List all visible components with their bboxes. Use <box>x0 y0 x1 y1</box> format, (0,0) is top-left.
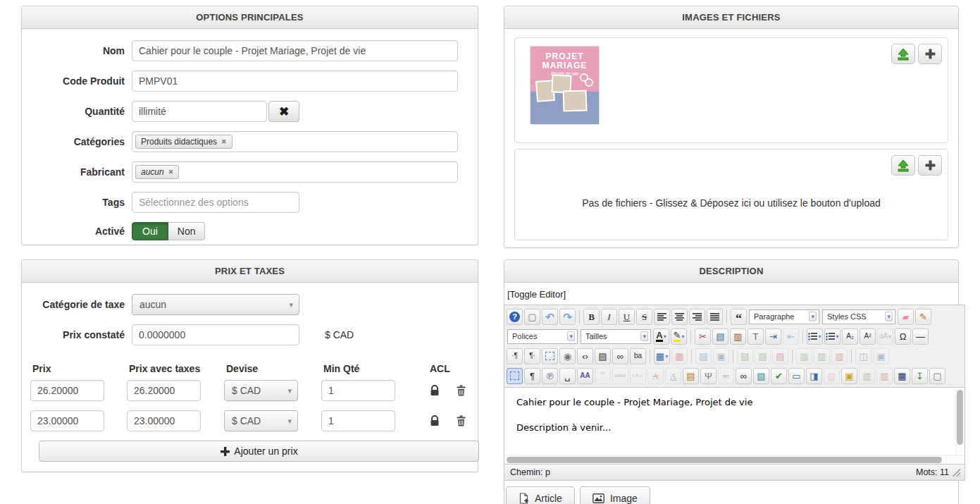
code-produit-input[interactable] <box>132 70 458 92</box>
acl-lock-icon[interactable] <box>430 385 440 396</box>
horizontal-scrollbar[interactable] <box>504 455 965 464</box>
toggle-non-button[interactable]: Non <box>168 222 206 240</box>
toolbar-button-copy[interactable]: ▤ <box>712 328 728 345</box>
toolbar-button-align-left[interactable] <box>654 309 670 325</box>
toolbar-button-italic[interactable]: I <box>601 309 617 325</box>
chevron-down-icon[interactable]: ▾ <box>664 333 666 340</box>
toolbar-button-help[interactable]: ? <box>507 309 523 325</box>
min-qty-input[interactable] <box>321 410 395 431</box>
toolbar-button-bullet-list[interactable]: ▾ <box>824 328 841 345</box>
editor-content-area[interactable]: Cahier pour le couple - Projet Mariage, … <box>504 387 965 455</box>
remove-category-icon[interactable]: ✖ <box>221 138 227 145</box>
toolbar-button-highlight-color[interactable]: ✎▾ <box>671 328 687 345</box>
price-input[interactable] <box>30 410 104 431</box>
chevron-down-icon[interactable]: ▾ <box>567 331 575 341</box>
prix-constate-input[interactable] <box>132 324 299 345</box>
insert-article-button[interactable]: Article <box>506 486 575 504</box>
toolbar-button-visual-aid[interactable] <box>507 368 523 384</box>
delete-price-icon[interactable] <box>457 415 466 426</box>
chevron-down-icon[interactable]: ▾ <box>681 333 684 340</box>
toolbar-button-print[interactable]: ▤ <box>595 348 611 364</box>
toolbar-button-align-justify[interactable] <box>707 309 723 325</box>
toolbar-button-cut[interactable]: ✂ <box>695 328 711 345</box>
toolbar-button-paste-as-text[interactable]: T <box>748 328 764 345</box>
vertical-scrollbar-thumb[interactable] <box>957 390 963 445</box>
toggle-oui-button[interactable]: Oui <box>132 222 168 240</box>
toolbar-select-paragraph-format[interactable]: Paragraphe▾ <box>749 309 819 324</box>
toolbar-button-visual-characters[interactable]: AA <box>577 368 593 384</box>
price-with-tax-input[interactable] <box>127 410 201 431</box>
toolbar-button-text-color[interactable]: A▾ <box>653 328 669 345</box>
toolbar-button-right-to-left[interactable]: ¶· <box>524 348 540 364</box>
toolbar-button-fullscreen[interactable] <box>542 348 558 364</box>
clear-quantity-button[interactable]: ✖ <box>268 101 299 122</box>
toolbar-button-bold[interactable]: B <box>583 309 600 325</box>
chevron-down-icon[interactable]: ▾ <box>665 353 668 359</box>
price-input[interactable] <box>30 380 104 401</box>
add-file-button[interactable] <box>918 155 942 176</box>
chevron-down-icon[interactable]: ▾ <box>809 312 817 321</box>
toolbar-button-remove-format[interactable]: ▰ <box>898 309 914 325</box>
toolbar-button-new-document[interactable]: ▢ <box>524 309 540 325</box>
chevron-down-icon[interactable]: ▾ <box>885 312 893 321</box>
toolbar-select-css-styles[interactable]: Styles CSS▾ <box>822 309 895 324</box>
add-image-button[interactable] <box>918 44 942 64</box>
acl-lock-icon[interactable] <box>430 415 440 426</box>
fabricant-field[interactable]: aucun ✖ <box>132 161 458 183</box>
toolbar-button-underline[interactable]: U <box>619 309 635 325</box>
toolbar-button-insert-image[interactable]: ▧ <box>753 368 769 384</box>
toolbar-button-cleanup-code[interactable]: ✎ <box>915 309 931 325</box>
toolbar-button-anchor[interactable]: Ψ <box>700 368 717 384</box>
upload-image-button[interactable] <box>891 44 915 64</box>
categories-field[interactable]: Produits didactiques ✖ <box>132 131 458 152</box>
toolbar-button-media[interactable]: ▦ <box>894 368 910 384</box>
toolbar-button-insert-layer[interactable]: ▭ <box>788 368 805 384</box>
currency-select[interactable]: $ CAD ▾ <box>224 410 298 431</box>
toolbar-button-special-character[interactable]: Ω <box>895 328 911 345</box>
toolbar-button-insert-template[interactable]: ↧ <box>912 368 928 384</box>
delete-price-icon[interactable] <box>457 385 466 396</box>
toolbar-button-subscript[interactable]: A₂ <box>842 328 858 345</box>
toolbar-button-insert-table[interactable]: ▦▾ <box>654 348 670 364</box>
nom-input[interactable] <box>132 40 458 61</box>
product-image-thumbnail[interactable]: PROJET MARIAGE Projet de vie <box>531 47 599 124</box>
quantite-input[interactable] <box>132 101 267 122</box>
remove-fabricant-icon[interactable]: ✖ <box>168 168 174 176</box>
toolbar-select-font-size[interactable]: Tailles▾ <box>581 329 651 344</box>
toolbar-button-find-replace[interactable]: ba <box>630 348 646 364</box>
toolbar-button-superscript[interactable]: A² <box>860 328 876 345</box>
toolbar-button-link[interactable]: ∞ <box>736 368 752 384</box>
toolbar-button-left-to-right[interactable]: ·¶ <box>507 348 523 364</box>
toolbar-button-undo[interactable]: ↶ <box>542 309 558 325</box>
images-dropzone[interactable]: PROJET MARIAGE Projet de vie <box>514 37 948 143</box>
toolbar-button-preview[interactable]: ◉ <box>559 348 576 364</box>
toolbar-button-non-breaking-space[interactable]: ␣ <box>559 368 576 384</box>
toolbar-button-spell-check[interactable]: ✔ <box>771 368 787 384</box>
chevron-down-icon[interactable]: ▾ <box>836 333 838 340</box>
toggle-editor-link[interactable]: [Toggle Editor] <box>504 283 569 305</box>
toolbar-button-strikethrough[interactable]: S <box>636 309 652 325</box>
resize-grip[interactable] <box>953 469 960 477</box>
price-with-tax-input[interactable] <box>127 380 201 401</box>
toolbar-button-numbered-list[interactable]: ▾ <box>807 328 823 345</box>
toolbar-button-align-center[interactable] <box>671 309 688 325</box>
min-qty-input[interactable] <box>321 380 395 401</box>
toolbar-button-edit-attributes[interactable]: ▤ <box>683 368 699 384</box>
toolbar-button-full-page[interactable]: ▢ <box>929 368 945 384</box>
insert-image-button[interactable]: Image <box>580 486 650 504</box>
chevron-down-icon[interactable]: ▾ <box>640 331 648 341</box>
horizontal-scrollbar-thumb[interactable] <box>507 457 942 463</box>
toolbar-button-blockquote[interactable]: “ <box>731 309 747 325</box>
chevron-down-icon[interactable]: ▾ <box>818 333 821 340</box>
toolbar-button-html-source[interactable]: ‹› <box>577 348 593 364</box>
toolbar-button-paste[interactable]: ▥ <box>730 328 746 345</box>
vertical-scrollbar[interactable] <box>955 388 965 455</box>
upload-file-button[interactable] <box>891 155 915 176</box>
toolbar-button-image-gallery[interactable]: ▣ <box>841 368 857 384</box>
tax-category-select[interactable]: aucun ▾ <box>132 294 299 315</box>
toolbar-select-font-family[interactable]: Polices▾ <box>507 329 578 344</box>
toolbar-button-indent[interactable]: ⇥ <box>765 328 781 345</box>
toolbar-button-find[interactable]: ∞ <box>612 348 628 364</box>
toolbar-button-align-right[interactable] <box>689 309 705 325</box>
toolbar-button-style-properties[interactable]: ℗ <box>542 368 558 384</box>
